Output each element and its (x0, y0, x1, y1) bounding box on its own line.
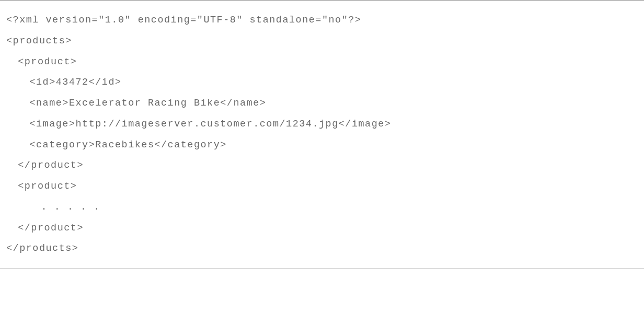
code-line: <category>Racebikes</category> (6, 135, 638, 156)
code-line: </product> (6, 155, 638, 176)
code-line: <name>Excelerator Racing Bike</name> (6, 93, 638, 114)
code-block: <?xml version="1.0" encoding="UTF-8" sta… (0, 0, 644, 269)
code-line: <image>http://imageserver.customer.com/1… (6, 114, 638, 135)
code-line: </products> (6, 238, 638, 259)
code-line: . . . . . (6, 197, 638, 218)
code-line: <product> (6, 52, 638, 73)
code-line: <product> (6, 176, 638, 197)
code-line: <products> (6, 31, 638, 52)
code-line: </product> (6, 218, 638, 239)
code-line: <id>43472</id> (6, 72, 638, 93)
code-line: <?xml version="1.0" encoding="UTF-8" sta… (6, 10, 638, 31)
